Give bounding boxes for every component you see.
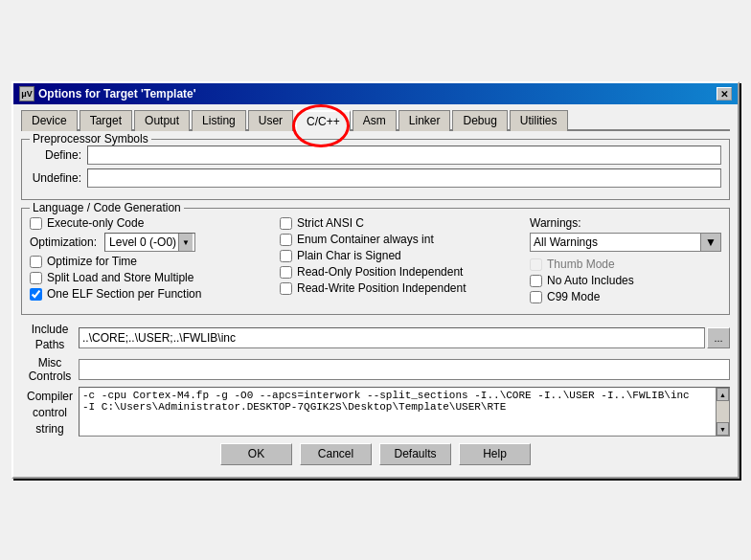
warnings-dropdown[interactable]: All Warnings ▼ [530,233,721,252]
close-button[interactable]: ✕ [717,87,732,101]
dialog-title: Options for Target 'Template' [38,87,196,101]
app-icon: μV [19,86,34,101]
tab-cpp[interactable]: C/C++ [295,110,351,131]
strict-ansi-label: Strict ANSI C [297,216,364,230]
plain-char-label: Plain Char is Signed [297,249,401,262]
tab-bar: Device Target Output Listing User C/C++ … [21,108,730,131]
optimization-label: Optimization: [30,235,97,249]
warnings-dropdown-arrow: ▼ [700,234,720,251]
include-paths-label: IncludePaths [21,323,79,352]
tab-linker[interactable]: Linker [398,110,451,131]
compiler-control-row: Compilercontrolstring ▲ ▼ [21,387,730,437]
compiler-textarea-wrap: ▲ ▼ [79,387,730,437]
help-button[interactable]: Help [459,443,531,465]
preprocessor-group: Preprocessor Symbols Define: Undefine: [21,139,730,200]
strict-ansi-checkbox[interactable] [280,217,292,230]
optimize-time-label: Optimize for Time [47,255,137,268]
optimization-dropdown[interactable]: Level 0 (-O0) ▼ [104,233,195,252]
c99-mode-label: C99 Mode [547,290,600,303]
defaults-button[interactable]: Defaults [379,443,451,465]
optimization-row: Optimization: Level 0 (-O0) ▼ [30,233,280,252]
warnings-value: All Warnings [531,235,700,249]
c99-mode-row: C99 Mode [530,290,721,303]
thumb-mode-row: Thumb Mode [530,258,721,271]
define-label: Define: [30,148,87,162]
include-paths-row: IncludePaths ... [21,323,730,352]
readonly-pos-row: Read-Only Position Independent [280,265,530,279]
title-bar: μV Options for Target 'Template' ✕ [13,83,738,104]
c99-mode-checkbox[interactable] [530,291,542,303]
lang-col3: Warnings: All Warnings ▼ Thumb Mode No A… [530,216,721,306]
optimization-arrow: ▼ [178,234,193,251]
plain-char-checkbox[interactable] [280,250,292,262]
define-row: Define: [30,146,721,165]
tab-asm[interactable]: Asm [353,110,397,131]
tab-device[interactable]: Device [21,110,78,131]
no-auto-includes-checkbox[interactable] [530,275,542,287]
thumb-mode-label: Thumb Mode [547,258,615,271]
scroll-down-button[interactable]: ▼ [717,422,729,436]
readwrite-pos-label: Read-Write Position Independent [297,281,467,295]
lang-col2: Strict ANSI C Enum Container always int … [280,216,530,306]
include-paths-input[interactable] [79,327,705,348]
undefine-input[interactable] [87,168,721,188]
tab-utilities[interactable]: Utilities [510,110,568,131]
one-elf-row: One ELF Section per Function [30,287,280,301]
warnings-section: Warnings: All Warnings ▼ [530,216,721,258]
misc-controls-row: MiscControls [21,356,730,383]
enum-container-label: Enum Container always int [297,233,434,246]
readonly-pos-checkbox[interactable] [280,266,292,279]
optimize-time-row: Optimize for Time [30,255,280,268]
warnings-label: Warnings: [530,216,721,230]
lang-gen-content: Execute-only Code Optimization: Level 0 … [30,216,721,306]
main-dialog: μV Options for Target 'Template' ✕ Devic… [11,81,740,479]
execute-only-checkbox[interactable] [30,217,42,230]
no-auto-includes-row: No Auto Includes [530,274,721,287]
title-bar-left: μV Options for Target 'Template' [19,86,196,101]
tab-listing[interactable]: Listing [192,110,246,131]
preprocessor-group-label: Preprocessor Symbols [30,132,151,146]
undefine-row: Undefine: [30,168,721,188]
dialog-body: Device Target Output Listing User C/C++ … [13,104,738,477]
readwrite-pos-row: Read-Write Position Independent [280,281,530,295]
tab-output[interactable]: Output [134,110,190,131]
bottom-buttons: OK Cancel Defaults Help [21,437,730,469]
tab-debug[interactable]: Debug [452,110,507,131]
split-load-row: Split Load and Store Multiple [30,271,280,284]
ok-button[interactable]: OK [220,443,292,465]
plain-char-row: Plain Char is Signed [280,249,530,262]
readwrite-pos-checkbox[interactable] [280,282,292,295]
thumb-mode-checkbox[interactable] [530,258,542,271]
optimize-time-checkbox[interactable] [30,256,42,268]
scrollbar[interactable]: ▲ ▼ [716,388,729,436]
compiler-control-label: Compilercontrolstring [21,387,79,437]
lang-gen-label: Language / Code Generation [30,201,184,214]
enum-container-row: Enum Container always int [280,233,530,246]
scroll-up-button[interactable]: ▲ [717,388,729,401]
scroll-track [717,401,729,422]
compiler-control-textarea[interactable] [80,388,716,436]
misc-controls-label: MiscControls [21,356,79,383]
readonly-pos-label: Read-Only Position Independent [297,265,463,279]
strict-ansi-row: Strict ANSI C [280,216,530,230]
define-input[interactable] [87,146,721,165]
browse-button[interactable]: ... [707,327,730,348]
misc-controls-input[interactable] [79,359,730,380]
undefine-label: Undefine: [30,171,87,185]
cancel-button[interactable]: Cancel [300,443,372,465]
no-auto-includes-label: No Auto Includes [547,274,634,287]
lang-col1: Execute-only Code Optimization: Level 0 … [30,216,280,306]
execute-only-row: Execute-only Code [30,216,280,230]
optimization-value: Level 0 (-O0) [107,235,178,249]
split-load-checkbox[interactable] [30,272,42,284]
lang-gen-group: Language / Code Generation Execute-only … [21,208,730,315]
tab-user[interactable]: User [248,110,293,131]
split-load-label: Split Load and Store Multiple [47,271,193,284]
one-elf-checkbox[interactable] [30,288,42,301]
one-elf-label: One ELF Section per Function [47,287,201,301]
enum-container-checkbox[interactable] [280,234,292,246]
execute-only-label: Execute-only Code [47,216,144,230]
tab-target[interactable]: Target [80,110,132,131]
